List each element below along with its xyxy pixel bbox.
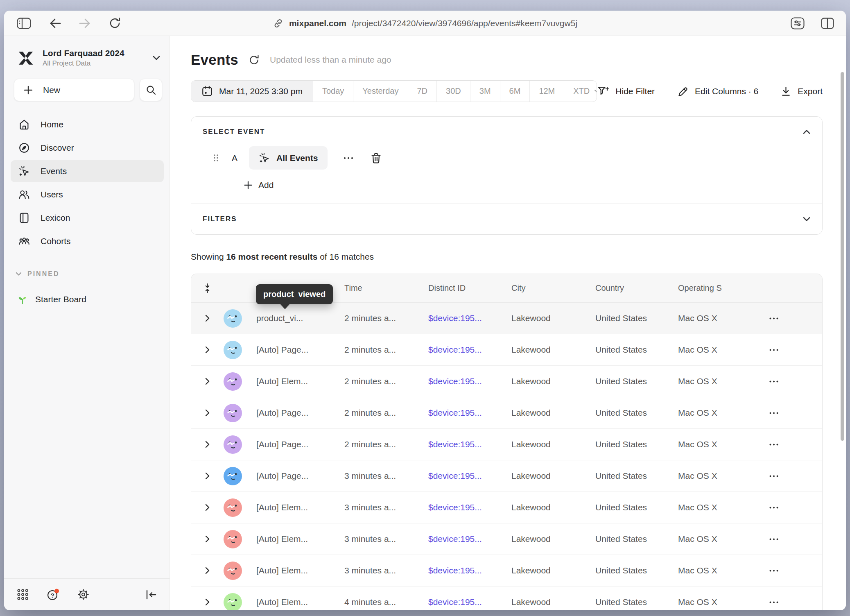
range-today-button[interactable]: Today — [313, 81, 353, 102]
row-expand-button[interactable] — [205, 535, 210, 543]
pinned-section-header[interactable]: PINNED — [4, 270, 170, 278]
date-range-label: Mar 11, 2025 3:30 pm — [219, 86, 303, 96]
range-xtd-button[interactable]: XTD — [564, 81, 597, 102]
filters-title: FILTERS — [203, 215, 237, 223]
event-selector-chip[interactable]: All Events — [249, 146, 328, 170]
sidebar-item-users[interactable]: Users — [11, 183, 164, 206]
cell-distinct-id-link[interactable]: $device:195... — [428, 439, 511, 449]
row-expand-button[interactable] — [205, 377, 210, 385]
table-row[interactable]: [Auto] Elem... 3 minutes a... $device:19… — [191, 523, 822, 555]
cell-distinct-id-link[interactable]: $device:195... — [428, 534, 511, 544]
delete-event-button[interactable] — [370, 152, 382, 164]
column-header-os[interactable]: Operating S — [678, 283, 760, 293]
column-header-country[interactable]: Country — [595, 283, 678, 293]
browser-window: mixpanel.com/project/3472420/view/397469… — [4, 11, 846, 610]
cell-distinct-id-link[interactable]: $device:195... — [428, 566, 511, 575]
edit-columns-button[interactable]: Edit Columns · 6 — [677, 85, 758, 97]
drag-handle-icon[interactable] — [212, 153, 219, 163]
settings-button[interactable] — [77, 588, 90, 601]
sidebar-item-discover[interactable]: Discover — [11, 137, 164, 159]
row-expand-button[interactable] — [205, 503, 210, 512]
export-button[interactable]: Export — [780, 86, 823, 97]
sidebar-item-events[interactable]: Events — [11, 160, 164, 182]
add-event-button[interactable]: Add — [203, 180, 274, 192]
table-row[interactable]: [Auto] Elem... 3 minutes a... $device:19… — [191, 555, 822, 587]
event-avatar — [224, 404, 242, 422]
hide-filter-button[interactable]: Hide Filter — [597, 85, 655, 97]
seedling-icon — [17, 294, 28, 305]
table-row[interactable]: [Auto] Page... 2 minutes a... $device:19… — [191, 334, 822, 366]
cell-distinct-id-link[interactable]: $device:195... — [428, 376, 511, 386]
cell-distinct-id-link[interactable]: $device:195... — [428, 408, 511, 418]
row-expand-button[interactable] — [205, 440, 210, 448]
row-actions-button[interactable] — [769, 538, 779, 541]
range-3m-button[interactable]: 3M — [470, 81, 500, 102]
row-actions-button[interactable] — [769, 317, 779, 320]
refresh-button[interactable] — [248, 54, 260, 66]
browser-split-view-button[interactable] — [821, 17, 834, 29]
browser-sidebar-toggle-button[interactable] — [16, 17, 32, 30]
table-row[interactable]: [Auto] Page... 3 minutes a... $device:19… — [191, 460, 822, 492]
sidebar-item-lexicon[interactable]: Lexicon — [11, 207, 164, 229]
ellipsis-icon — [769, 475, 779, 478]
event-options-button[interactable] — [343, 156, 354, 160]
new-button[interactable]: New — [14, 79, 134, 101]
range-30d-button[interactable]: 30D — [436, 81, 470, 102]
cell-distinct-id-link[interactable]: $device:195... — [428, 345, 511, 355]
cell-distinct-id-link[interactable]: $device:195... — [428, 313, 511, 323]
table-row[interactable]: [Auto] Page... 2 minutes a... $device:19… — [191, 397, 822, 429]
collapse-rows-button[interactable] — [203, 283, 212, 294]
query-builder-card: SELECT EVENT A All Events — [191, 116, 823, 235]
row-actions-button[interactable] — [769, 412, 779, 414]
cell-distinct-id-link[interactable]: $device:195... — [428, 471, 511, 481]
sidebar-collapse-button[interactable] — [145, 589, 157, 600]
table-row[interactable]: [Auto] Elem... 3 minutes a... $device:19… — [191, 492, 822, 523]
browser-page-settings-button[interactable] — [790, 17, 805, 30]
range-yesterday-button[interactable]: Yesterday — [353, 81, 407, 102]
ellipsis-icon — [769, 569, 779, 572]
date-picker-button[interactable]: Mar 11, 2025 3:30 pm — [191, 81, 313, 102]
sidebar-item-cohorts[interactable]: Cohorts — [11, 230, 164, 252]
range-6m-button[interactable]: 6M — [500, 81, 530, 102]
help-button[interactable]: ? — [46, 588, 60, 601]
row-expand-button[interactable] — [205, 598, 210, 606]
apps-grid-button[interactable] — [16, 588, 29, 601]
project-switcher[interactable]: Lord Farquaad 2024 All Project Data — [4, 36, 170, 68]
search-button[interactable] — [140, 79, 162, 101]
refresh-icon — [248, 54, 260, 66]
column-header-time[interactable]: Time — [344, 283, 428, 293]
range-12m-button[interactable]: 12M — [529, 81, 564, 102]
row-actions-button[interactable] — [769, 443, 779, 446]
row-expand-button[interactable] — [205, 409, 210, 417]
column-header-city[interactable]: City — [511, 283, 595, 293]
table-row[interactable]: [Auto] Elem... 2 minutes a... $device:19… — [191, 366, 822, 397]
row-actions-button[interactable] — [769, 601, 779, 604]
row-actions-button[interactable] — [769, 349, 779, 351]
filters-section-header[interactable]: FILTERS — [191, 204, 822, 234]
table-row[interactable]: [Auto] Page... 2 minutes a... $device:19… — [191, 429, 822, 460]
row-expand-button[interactable] — [205, 472, 210, 480]
cell-distinct-id-link[interactable]: $device:195... — [428, 597, 511, 607]
row-expand-button[interactable] — [205, 314, 210, 322]
row-actions-button[interactable] — [769, 506, 779, 509]
row-actions-button[interactable] — [769, 475, 779, 478]
row-expand-button[interactable] — [205, 346, 210, 354]
browser-forward-button[interactable] — [79, 18, 91, 29]
row-expand-button[interactable] — [205, 566, 210, 575]
row-actions-button[interactable] — [769, 569, 779, 572]
chevron-right-icon — [205, 598, 210, 606]
column-header-distinct-id[interactable]: Distinct ID — [428, 283, 511, 293]
address-bar[interactable]: mixpanel.com/project/3472420/view/397469… — [273, 18, 577, 29]
cell-country: United States — [595, 313, 678, 323]
table-row[interactable]: [Auto] Elem... 4 minutes a... $device:19… — [191, 587, 822, 610]
select-event-collapse-button[interactable] — [803, 129, 811, 134]
cell-distinct-id-link[interactable]: $device:195... — [428, 503, 511, 512]
sidebar-item-home[interactable]: Home — [11, 113, 164, 136]
browser-back-button[interactable] — [49, 18, 61, 29]
cell-country: United States — [595, 471, 678, 481]
range-7d-button[interactable]: 7D — [408, 81, 437, 102]
scrollbar-thumb[interactable] — [841, 72, 844, 441]
sidebar-item-starter-board[interactable]: Starter Board — [11, 289, 164, 310]
row-actions-button[interactable] — [769, 380, 779, 383]
browser-reload-button[interactable] — [109, 17, 121, 29]
